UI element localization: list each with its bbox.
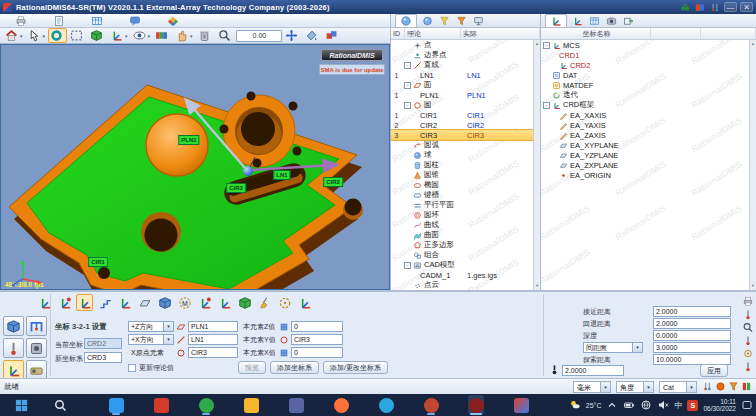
feature-field[interactable]: LN1 bbox=[188, 334, 238, 345]
cat-combo[interactable]: Cat bbox=[659, 381, 697, 393]
coordinate-tree-row[interactable]: EA_ZXPLANE bbox=[541, 160, 756, 170]
feature-label[interactable]: CIR3 bbox=[226, 183, 246, 193]
status-probe-icon[interactable] bbox=[702, 381, 713, 392]
approach-field[interactable]: 2.0000 bbox=[653, 306, 731, 317]
clearance-field[interactable]: 3.0000 bbox=[653, 342, 731, 353]
coordinate-tree-row[interactable]: - MCS bbox=[541, 40, 756, 50]
filter-orange-icon[interactable] bbox=[455, 15, 468, 27]
feature-tree-row[interactable]: 边界点 bbox=[391, 50, 540, 60]
status-ball-icon[interactable] bbox=[715, 381, 726, 392]
cs-cad-icon[interactable] bbox=[236, 294, 253, 311]
cs-edit-icon[interactable] bbox=[56, 294, 73, 311]
feature-tree-row[interactable]: 球 bbox=[391, 150, 540, 160]
coordinate-tree-row[interactable]: - CRD框架 bbox=[541, 100, 756, 110]
feature-tree-row[interactable]: - CAD模型 bbox=[391, 260, 540, 270]
battery-icon[interactable] bbox=[623, 399, 635, 411]
coordinate-tree-scrollbar[interactable] bbox=[749, 40, 756, 290]
feature-tree-row[interactable]: CADM_1 1.ges.igs bbox=[391, 270, 540, 280]
depth-field[interactable]: 0.0000 bbox=[653, 330, 731, 341]
rationaldmis-app[interactable] bbox=[468, 395, 484, 415]
ime-indicator[interactable]: 中 bbox=[674, 400, 682, 411]
cs-321-icon[interactable] bbox=[76, 294, 93, 311]
update-nominal-checkbox-row[interactable]: 更新理论值 bbox=[128, 363, 174, 373]
status-filter-icon[interactable] bbox=[728, 381, 739, 392]
paint-tool-button[interactable] bbox=[303, 28, 322, 43]
feature-tree-row[interactable]: 3 CIR3 CIR3 bbox=[391, 130, 540, 140]
device-icon[interactable] bbox=[742, 296, 754, 307]
clearance-combo[interactable]: 间距面 bbox=[583, 342, 643, 353]
cs-transform-icon[interactable] bbox=[196, 294, 213, 311]
grid-tab-icon[interactable] bbox=[90, 15, 104, 27]
coordinate-system-button[interactable]: ▾ bbox=[108, 28, 130, 43]
feature-tree-row[interactable]: 圆柱 bbox=[391, 160, 540, 170]
angle-combo[interactable]: 角度 bbox=[616, 381, 654, 393]
coord-triad-icon[interactable] bbox=[571, 15, 584, 27]
coordinate-tree-row[interactable]: EA_XAXIS bbox=[541, 110, 756, 120]
cs-action-button[interactable]: 添加/更改坐标系 bbox=[323, 361, 388, 374]
cs-level-icon[interactable] bbox=[96, 294, 113, 311]
coord-table-icon[interactable] bbox=[588, 15, 601, 27]
display-switch-icon[interactable] bbox=[694, 2, 706, 13]
minimize-button[interactable]: — bbox=[724, 2, 737, 12]
coordinate-tree-row[interactable]: 迭代 bbox=[541, 90, 756, 100]
tray-chevron-icon[interactable] bbox=[606, 399, 618, 411]
feature-tree-scrollbar[interactable] bbox=[533, 40, 540, 290]
find-icon[interactable] bbox=[679, 2, 691, 13]
new-cs-field[interactable]: CRD3 bbox=[84, 352, 122, 363]
feature-field[interactable]: CIR3 bbox=[188, 347, 238, 358]
probe-value-field[interactable]: 2.0000 bbox=[562, 365, 624, 376]
cs-action-button[interactable]: 预览 bbox=[238, 361, 266, 374]
probe-button[interactable] bbox=[3, 338, 24, 358]
status-flag-icon[interactable] bbox=[741, 381, 752, 392]
rotary-machine-button[interactable] bbox=[26, 360, 47, 380]
report-tab-icon[interactable] bbox=[52, 15, 66, 27]
explorer-app[interactable] bbox=[243, 395, 259, 415]
rotate-view-button[interactable] bbox=[48, 28, 67, 43]
target-tool-icon[interactable] bbox=[742, 348, 754, 359]
feature-tree-row[interactable]: 键槽 bbox=[391, 190, 540, 200]
direction-combo[interactable]: X原点元素 bbox=[128, 347, 174, 358]
feature-tree-row[interactable]: 正多边形 bbox=[391, 240, 540, 250]
cs-plane-axis-icon[interactable] bbox=[136, 294, 153, 311]
paint-app[interactable] bbox=[513, 395, 529, 415]
zoom-value-input[interactable]: 0.00 bbox=[236, 30, 282, 42]
feature-tree-row[interactable]: 曲面 bbox=[391, 230, 540, 240]
coordinate-tree-row[interactable]: D DAT bbox=[541, 70, 756, 80]
coordinate-tree-row[interactable]: EA_ORIGIN bbox=[541, 170, 756, 180]
coordinate-tree-row[interactable]: M MATDEF bbox=[541, 80, 756, 90]
delete-button[interactable] bbox=[196, 28, 215, 43]
temperature[interactable]: 25°C bbox=[586, 402, 602, 409]
feature-tree-row[interactable]: 2 CIR2 CIR2 bbox=[391, 120, 540, 130]
direction-combo[interactable]: +X方向 bbox=[128, 334, 174, 345]
clock[interactable]: 10:11 06/30/2022 bbox=[703, 398, 736, 413]
sma-update-warning[interactable]: SMA is due for update bbox=[319, 64, 385, 75]
part-3d-model[interactable] bbox=[1, 45, 390, 290]
feature-tree-row[interactable]: - 直线 bbox=[391, 60, 540, 70]
probe-model-button[interactable] bbox=[3, 316, 24, 336]
feature-label[interactable]: CIR2 bbox=[323, 177, 343, 187]
notification-icon[interactable] bbox=[741, 399, 753, 411]
cs-bestfit-icon[interactable]: M bbox=[176, 294, 193, 311]
element-value-field[interactable]: CIR3 bbox=[291, 334, 343, 345]
feature-tab-icon[interactable] bbox=[395, 14, 417, 27]
feature-label[interactable]: CIR1 bbox=[88, 257, 108, 267]
message-tab-icon[interactable] bbox=[128, 15, 142, 27]
coord-export-icon[interactable] bbox=[622, 15, 635, 27]
coord-camera-icon[interactable] bbox=[605, 15, 618, 27]
filter-icon[interactable] bbox=[438, 15, 451, 27]
home-view-button[interactable]: ▾ bbox=[3, 28, 25, 43]
cs-pair-icon[interactable] bbox=[216, 294, 233, 311]
start-button[interactable] bbox=[14, 398, 29, 413]
coordinate-tree-row[interactable]: EA_ZAXIS bbox=[541, 130, 756, 140]
feature-tree-row[interactable]: 圆弧 bbox=[391, 140, 540, 150]
firefox-app[interactable] bbox=[333, 395, 349, 415]
volume-muted-icon[interactable] bbox=[657, 399, 669, 411]
cs-action-button[interactable]: 添加坐标系 bbox=[270, 361, 319, 374]
feature-label[interactable]: PLN1 bbox=[178, 135, 199, 145]
feature-tree-row[interactable]: 点 bbox=[391, 40, 540, 50]
color-scale-button[interactable] bbox=[153, 28, 172, 43]
probe-tool-icon[interactable] bbox=[742, 309, 754, 320]
coordinate-tree-row[interactable]: CRD2 bbox=[541, 60, 756, 70]
feature-tree-row[interactable]: 点云 bbox=[391, 280, 540, 290]
unit-combo[interactable]: 毫米 bbox=[573, 381, 611, 393]
